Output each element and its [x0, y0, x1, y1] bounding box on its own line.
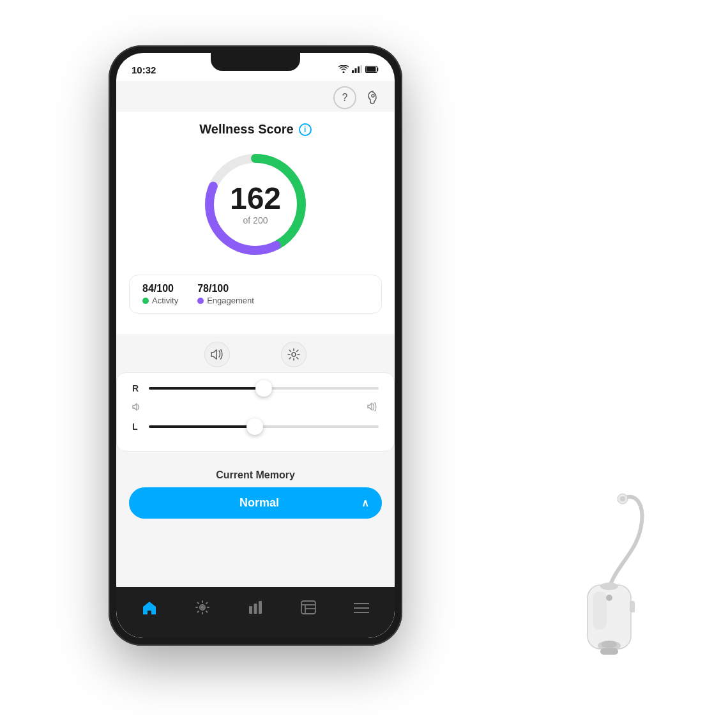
- programs-icon: [301, 600, 316, 618]
- left-slider-label: L: [132, 422, 142, 432]
- memory-button[interactable]: Normal ∧: [129, 487, 382, 519]
- score-number: 162: [230, 183, 281, 214]
- right-slider-thumb[interactable]: [255, 380, 272, 397]
- action-bar: ?: [116, 81, 395, 112]
- battery-icon: [365, 64, 379, 75]
- volume-icon-button[interactable]: [204, 342, 230, 367]
- svg-rect-36: [630, 601, 635, 613]
- right-slider-row: R: [132, 383, 379, 393]
- wellness-section: Wellness Score i: [116, 112, 395, 334]
- svg-point-6: [372, 95, 374, 97]
- left-slider-track[interactable]: [149, 425, 379, 428]
- svg-line-15: [289, 350, 291, 351]
- status-time: 10:32: [132, 65, 156, 75]
- ear-device-icon[interactable]: [364, 86, 382, 109]
- status-icons: [338, 64, 379, 75]
- nav-home[interactable]: [123, 598, 176, 621]
- nav-settings[interactable]: [176, 598, 229, 621]
- svg-point-40: [620, 496, 625, 501]
- info-button[interactable]: i: [299, 123, 312, 136]
- svg-rect-5: [367, 67, 376, 72]
- scene: 10:32: [45, 26, 683, 697]
- activity-label: Activity: [142, 296, 178, 305]
- home-icon: [142, 600, 157, 618]
- score-of: of 200: [230, 215, 281, 225]
- right-slider-label: R: [132, 383, 142, 393]
- svg-rect-22: [254, 604, 257, 614]
- wifi-icon: [338, 65, 349, 75]
- vol-low-icon: [132, 403, 142, 413]
- nav-menu[interactable]: [335, 598, 388, 620]
- right-slider-fill: [149, 387, 264, 390]
- program-icon-button[interactable]: [281, 342, 307, 367]
- controls-top-icons: [116, 342, 395, 367]
- settings-icon: [195, 600, 209, 618]
- donut-chart: 162 of 200: [198, 147, 313, 262]
- question-icon: ?: [342, 92, 348, 103]
- svg-point-34: [602, 641, 617, 648]
- engagement-label: Engagement: [197, 296, 254, 305]
- nav-charts[interactable]: [229, 598, 282, 620]
- engagement-value: 78/100: [197, 283, 254, 294]
- activity-value: 84/100: [142, 283, 178, 294]
- activity-dot: [142, 298, 149, 304]
- svg-rect-0: [352, 70, 354, 73]
- svg-rect-24: [301, 601, 315, 614]
- memory-label: Normal: [157, 496, 361, 510]
- svg-point-38: [600, 582, 618, 590]
- svg-rect-35: [600, 648, 618, 655]
- nav-programs[interactable]: [282, 598, 335, 621]
- engagement-stat: 78/100 Engagement: [197, 283, 254, 305]
- phone-frame: 10:32: [109, 45, 402, 646]
- sliders-card: R: [116, 372, 395, 452]
- activity-stat: 84/100 Activity: [142, 283, 178, 305]
- help-button[interactable]: ?: [333, 86, 356, 109]
- vol-high-icon: [367, 402, 379, 414]
- bottom-nav: [116, 587, 395, 638]
- right-slider-track[interactable]: [149, 387, 379, 390]
- donut-center: 162 of 200: [230, 183, 281, 225]
- svg-point-37: [606, 595, 612, 601]
- svg-line-18: [289, 358, 291, 359]
- screen-content: ? Wellness Score i: [116, 81, 395, 587]
- svg-line-17: [297, 350, 298, 351]
- svg-rect-21: [249, 606, 252, 614]
- chevron-up-icon: ∧: [361, 497, 369, 509]
- svg-rect-3: [361, 65, 363, 73]
- left-slider-thumb[interactable]: [246, 418, 263, 435]
- hearing-aid-device: [524, 480, 664, 658]
- phone-notch: [211, 53, 300, 71]
- wellness-title: Wellness Score i: [129, 122, 382, 137]
- svg-rect-32: [593, 591, 607, 630]
- memory-title: Current Memory: [129, 469, 382, 481]
- left-slider-fill: [149, 425, 255, 428]
- controls-section: R: [116, 334, 395, 459]
- charts-icon: [248, 601, 262, 618]
- svg-point-10: [292, 353, 296, 356]
- svg-rect-23: [259, 601, 262, 614]
- left-slider-row: L: [132, 422, 379, 432]
- svg-point-19: [201, 606, 204, 609]
- memory-section: Current Memory Normal ∧: [116, 459, 395, 529]
- menu-icon: [354, 601, 369, 618]
- svg-line-16: [297, 358, 298, 359]
- engagement-dot: [197, 298, 204, 304]
- phone-screen: 10:32: [116, 53, 395, 638]
- svg-rect-1: [355, 68, 357, 73]
- signal-icon: [352, 65, 362, 75]
- svg-rect-2: [358, 66, 360, 73]
- stats-card: 84/100 Activity 78/100 Engagement: [129, 275, 382, 314]
- donut-container: 162 of 200: [129, 147, 382, 262]
